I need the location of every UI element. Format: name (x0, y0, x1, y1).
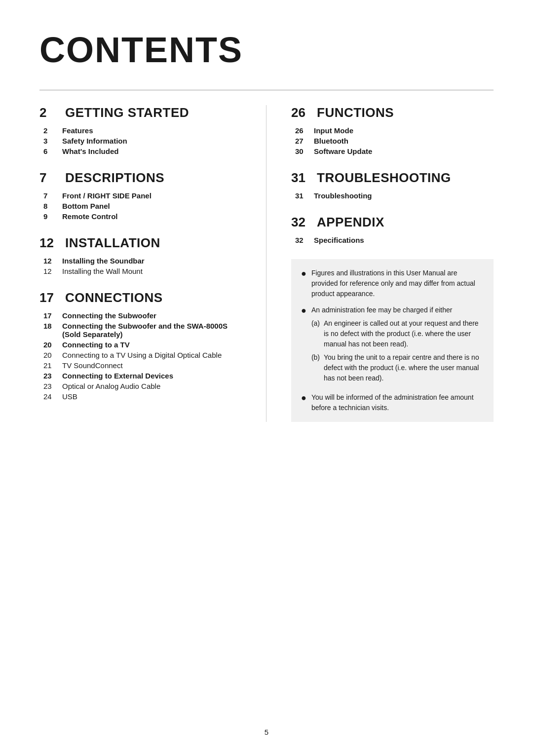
page-number: 5 (265, 728, 268, 736)
toc-item: 12Installing the Soundbar (39, 256, 246, 266)
bullet-icon: ● (301, 305, 306, 316)
toc-item-number: 26 (295, 126, 309, 135)
toc-item-label: Safety Information (62, 137, 127, 145)
toc-item-label: Features (62, 126, 93, 135)
toc-item: 9Remote Control (39, 211, 246, 222)
notice-item: ●You will be informed of the administrat… (301, 392, 484, 413)
toc-item-number: 17 (43, 311, 57, 320)
toc-item-label: Bluetooth (314, 137, 348, 145)
section-number: 31 (291, 170, 311, 186)
toc-item-label: Connecting to External Devices (62, 372, 173, 380)
section-number: 32 (291, 215, 311, 230)
notice-main-text: You will be informed of the administrati… (311, 393, 474, 412)
section-appendix: 32APPENDIX32Specifications (291, 215, 494, 245)
toc-item-label: Remote Control (62, 212, 118, 221)
toc-item-label: Installing the Soundbar (62, 257, 145, 265)
sub-notice-item: (b)You bring the unit to a repair centre… (311, 352, 484, 383)
notice-text: Figures and illustrations in this User M… (311, 268, 484, 299)
section-number: 2 (39, 105, 59, 120)
toc-item: 2Features (39, 125, 246, 136)
toc-item-number: 8 (43, 202, 57, 210)
section-title: GETTING STARTED (65, 105, 189, 120)
toc-item-number: 23 (43, 382, 57, 390)
notice-item: ●An administration fee may be charged if… (301, 305, 484, 386)
right-column: 26FUNCTIONS26Input Mode27Bluetooth30Soft… (266, 105, 494, 422)
toc-item-number: 9 (43, 212, 57, 221)
toc-item-number: 12 (43, 267, 57, 275)
section-number: 17 (39, 290, 59, 305)
toc-item-number: 18 (43, 322, 57, 330)
toc-item-label: Specifications (314, 236, 364, 244)
section-descriptions: 7DESCRIPTIONS7Front / RIGHT SIDE Panel8B… (39, 170, 246, 222)
toc-item-label: TV SoundConnect (62, 361, 123, 370)
notice-text: An administration fee may be charged if … (311, 305, 484, 386)
section-title: TROUBLESHOOTING (317, 170, 451, 186)
section-header-appendix: 32APPENDIX (291, 215, 494, 230)
section-header-troubleshooting: 31TROUBLESHOOTING (291, 170, 494, 186)
left-column: 2GETTING STARTED2Features3Safety Informa… (39, 105, 266, 422)
toc-item: 27Bluetooth (291, 136, 494, 146)
section-header-descriptions: 7DESCRIPTIONS (39, 170, 246, 186)
toc-item-number: 24 (43, 392, 57, 401)
toc-item-label: USB (62, 392, 77, 401)
section-header-connections: 17CONNECTIONS (39, 290, 246, 305)
section-getting-started: 2GETTING STARTED2Features3Safety Informa… (39, 105, 246, 156)
toc-item-label: Input Mode (314, 126, 353, 135)
notice-item: ●Figures and illustrations in this User … (301, 268, 484, 299)
toc-item: 12Installing the Wall Mount (39, 266, 246, 276)
toc-item: 24USB (39, 391, 246, 402)
section-title: CONNECTIONS (65, 290, 163, 305)
section-title: APPENDIX (317, 215, 384, 230)
toc-item: 17Connecting the Subwoofer (39, 310, 246, 321)
toc-item-number: 7 (43, 191, 57, 200)
section-troubleshooting: 31TROUBLESHOOTING31Troubleshooting (291, 170, 494, 201)
sub-notice: (a)An engineer is called out at your req… (311, 318, 484, 383)
toc-item-number: 2 (43, 126, 57, 135)
toc-item: 32Specifications (291, 235, 494, 245)
sub-notice-item: (a)An engineer is called out at your req… (311, 318, 484, 349)
toc-item-number: 12 (43, 257, 57, 265)
page-container: CONTENTS 2GETTING STARTED2Features3Safet… (0, 0, 533, 756)
section-number: 12 (39, 235, 59, 251)
section-title: FUNCTIONS (317, 105, 394, 120)
sub-label: (a) (311, 318, 320, 349)
toc-item-number: 23 (43, 372, 57, 380)
section-header-functions: 26FUNCTIONS (291, 105, 494, 120)
toc-item: 3Safety Information (39, 136, 246, 146)
toc-item: 31Troubleshooting (291, 190, 494, 201)
toc-item-number: 3 (43, 137, 57, 145)
notice-main-text: An administration fee may be charged if … (311, 306, 453, 314)
toc-item: 26Input Mode (291, 125, 494, 136)
toc-item-label: Connecting to a TV Using a Digital Optic… (62, 351, 222, 359)
section-functions: 26FUNCTIONS26Input Mode27Bluetooth30Soft… (291, 105, 494, 156)
toc-item: 30Software Update (291, 146, 494, 156)
section-header-installation: 12INSTALLATION (39, 235, 246, 251)
section-title: INSTALLATION (65, 235, 160, 251)
section-header-getting-started: 2GETTING STARTED (39, 105, 246, 120)
toc-item-number: 21 (43, 361, 57, 370)
toc-item: 20Connecting to a TV Using a Digital Opt… (39, 350, 246, 360)
toc-item-label: What's Included (62, 147, 118, 155)
toc-item: 21TV SoundConnect (39, 360, 246, 371)
bullet-icon: ● (301, 268, 306, 279)
toc-item-number: 32 (295, 236, 309, 244)
toc-item-number: 20 (43, 340, 57, 349)
section-number: 7 (39, 170, 59, 186)
toc-item: 20Connecting to a TV (39, 340, 246, 350)
section-number: 26 (291, 105, 311, 120)
sub-label: (b) (311, 352, 320, 383)
toc-item: 23Optical or Analog Audio Cable (39, 381, 246, 391)
toc-item: 23Connecting to External Devices (39, 371, 246, 381)
two-col-layout: 2GETTING STARTED2Features3Safety Informa… (39, 105, 494, 422)
toc-item-label: Troubleshooting (314, 191, 372, 200)
toc-item: 18Connecting the Subwoofer and the SWA-8… (39, 321, 246, 340)
toc-item-label: Connecting to a TV (62, 340, 130, 349)
toc-item-number: 31 (295, 191, 309, 200)
toc-item-number: 20 (43, 351, 57, 359)
divider (39, 90, 494, 90)
bullet-icon: ● (301, 393, 306, 404)
toc-item-label: Optical or Analog Audio Cable (62, 382, 160, 390)
toc-item: 6What's Included (39, 146, 246, 156)
toc-item-label: Installing the Wall Mount (62, 267, 143, 275)
toc-item: 7Front / RIGHT SIDE Panel (39, 190, 246, 201)
